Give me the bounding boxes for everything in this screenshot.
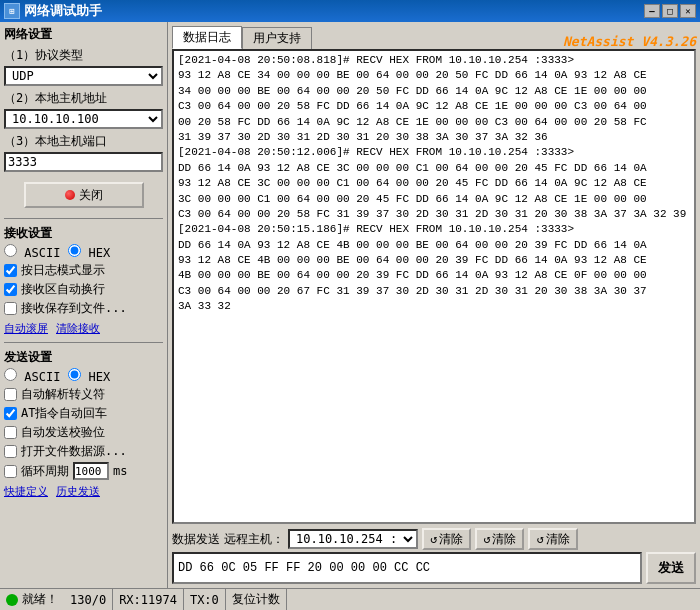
auto-send-check-checkbox[interactable] [4, 426, 17, 439]
send-ascii-label[interactable]: ASCII [4, 368, 60, 384]
send-format-group: ASCII HEX [4, 368, 163, 384]
open-file-checkbox[interactable] [4, 445, 17, 458]
history-send-link[interactable]: 历史发送 [56, 484, 100, 499]
net-assist-label: NetAssist V4.3.26 [563, 34, 696, 49]
log-line: 31 39 37 30 2D 30 31 2D 30 31 20 30 38 3… [178, 130, 690, 145]
log-line: C3 00 64 00 00 20 58 FC 31 39 37 30 2D 3… [178, 207, 690, 222]
send-input[interactable] [172, 552, 642, 584]
network-settings-title: 网络设置 [4, 26, 163, 43]
title-bar-left: ⊞ 网络调试助手 [4, 2, 102, 20]
log-area[interactable]: [2021-04-08 20:50:08.818]# RECV HEX FROM… [172, 49, 696, 524]
log-mode-row: 按日志模式显示 [4, 262, 163, 279]
log-line: C3 00 64 00 00 20 67 FC 31 39 37 30 2D 3… [178, 284, 690, 299]
receive-format-group: ASCII HEX [4, 244, 163, 260]
auto-scroll-link[interactable]: 自动滚屏 [4, 321, 48, 336]
maximize-button[interactable]: □ [662, 4, 678, 18]
auto-newline-checkbox[interactable] [4, 283, 17, 296]
log-line: DD 66 14 0A 93 12 A8 CE 3C 00 00 00 C1 0… [178, 161, 690, 176]
reset-counter-button[interactable]: 复位计数 [226, 589, 287, 610]
send-hex-radio[interactable] [68, 368, 81, 381]
receive-settings-title: 接收设置 [4, 225, 163, 242]
title-bar-controls: — □ ✕ [644, 4, 696, 18]
at-auto-return-checkbox[interactable] [4, 407, 17, 420]
send-label: 数据发送 [172, 531, 220, 548]
protocol-label: （1）协议类型 [4, 47, 163, 64]
status-ready: 就绪！ [0, 591, 64, 608]
auto-translate-row: 自动解析转义符 [4, 386, 163, 403]
clear-button-2[interactable]: ↺ 清除 [475, 528, 524, 550]
local-address-select[interactable]: 10.10.10.100 [4, 109, 163, 129]
status-icon [6, 594, 18, 606]
close-window-button[interactable]: ✕ [680, 4, 696, 18]
red-dot-icon [65, 190, 75, 200]
send-settings-title: 发送设置 [4, 349, 163, 366]
clear-icon-1: ↺ [430, 532, 437, 546]
status-counter: 130/0 [64, 589, 113, 610]
send-hex-label[interactable]: HEX [68, 368, 110, 384]
period-input[interactable] [73, 462, 109, 480]
log-line: 93 12 A8 CE 4B 00 00 00 BE 00 64 00 00 2… [178, 253, 690, 268]
send-button[interactable]: 发送 [646, 552, 696, 584]
app-icon: ⊞ [4, 3, 20, 19]
protocol-select[interactable]: UDP [4, 66, 163, 86]
log-line: DD 66 14 0A 93 12 A8 CE 4B 00 00 00 BE 0… [178, 238, 690, 253]
log-line: 3C 00 00 00 C1 00 64 00 00 20 45 FC DD 6… [178, 192, 690, 207]
ascii-radio-label[interactable]: ASCII [4, 244, 60, 260]
send-bar: 数据发送 远程主机： 10.10.10.254 : 3333 ↺ 清除 ↺ 清除… [172, 528, 696, 550]
hex-radio-label[interactable]: HEX [68, 244, 110, 260]
local-address-label: （2）本地主机地址 [4, 90, 163, 107]
open-file-row: 打开文件数据源... [4, 443, 163, 460]
remote-host-select[interactable]: 10.10.10.254 : 3333 [288, 529, 418, 549]
save-file-checkbox[interactable] [4, 302, 17, 315]
auto-translate-checkbox[interactable] [4, 388, 17, 401]
minimize-button[interactable]: — [644, 4, 660, 18]
send-ascii-radio[interactable] [4, 368, 17, 381]
right-panel: 数据日志 用户支持 NetAssist V4.3.26 [2021-04-08 … [168, 22, 700, 588]
send-area: 数据发送 远程主机： 10.10.10.254 : 3333 ↺ 清除 ↺ 清除… [172, 528, 696, 584]
log-line: [2021-04-08 20:50:15.186]# RECV HEX FROM… [178, 222, 690, 237]
status-ready-text: 就绪！ [22, 591, 58, 608]
receive-links: 自动滚屏 清除接收 [4, 321, 163, 336]
tab-user-support[interactable]: 用户支持 [242, 27, 312, 49]
log-line: 00 20 58 FC DD 66 14 0A 9C 12 A8 CE 1E 0… [178, 115, 690, 130]
clear-receive-link[interactable]: 清除接收 [56, 321, 100, 336]
title-bar-title: 网络调试助手 [24, 2, 102, 20]
hex-radio[interactable] [68, 244, 81, 257]
remote-label: 远程主机： [224, 531, 284, 548]
auto-send-check-row: 自动发送校验位 [4, 424, 163, 441]
clear-icon-2: ↺ [483, 532, 490, 546]
log-line: 93 12 A8 CE 3C 00 00 00 C1 00 64 00 00 2… [178, 176, 690, 191]
ascii-radio[interactable] [4, 244, 17, 257]
status-rx: RX:11974 [113, 589, 184, 610]
local-port-input[interactable] [4, 152, 163, 172]
title-bar: ⊞ 网络调试助手 — □ ✕ [0, 0, 700, 22]
log-line: 93 12 A8 CE 34 00 00 00 BE 00 64 00 00 2… [178, 68, 690, 83]
main-container: 网络设置 （1）协议类型 UDP （2）本地主机地址 10.10.10.100 … [0, 22, 700, 588]
tab-data-log[interactable]: 数据日志 [172, 26, 242, 49]
local-port-label: （3）本地主机端口 [4, 133, 163, 150]
send-links: 快捷定义 历史发送 [4, 484, 163, 499]
status-tx: TX:0 [184, 589, 226, 610]
save-file-row: 接收保存到文件... [4, 300, 163, 317]
tab-bar: 数据日志 用户支持 NetAssist V4.3.26 [172, 26, 696, 49]
loop-period-checkbox[interactable] [4, 465, 17, 478]
log-line: [2021-04-08 20:50:08.818]# RECV HEX FROM… [178, 53, 690, 68]
loop-period-row: 循环周期 ms [4, 462, 163, 480]
clear-button-3[interactable]: ↺ 清除 [528, 528, 577, 550]
at-auto-return-row: AT指令自动回车 [4, 405, 163, 422]
log-line: 4B 00 00 00 BE 00 64 00 00 20 39 FC DD 6… [178, 268, 690, 283]
log-mode-checkbox[interactable] [4, 264, 17, 277]
left-panel: 网络设置 （1）协议类型 UDP （2）本地主机地址 10.10.10.100 … [0, 22, 168, 588]
status-bar: 就绪！ 130/0 RX:11974 TX:0 复位计数 [0, 588, 700, 610]
quick-def-link[interactable]: 快捷定义 [4, 484, 48, 499]
log-line: 3A 33 32 [178, 299, 690, 314]
close-button[interactable]: 关闭 [24, 182, 144, 208]
auto-newline-row: 接收区自动换行 [4, 281, 163, 298]
send-input-row: 发送 [172, 552, 696, 584]
log-line: C3 00 64 00 00 20 58 FC DD 66 14 0A 9C 1… [178, 99, 690, 114]
clear-button-1[interactable]: ↺ 清除 [422, 528, 471, 550]
log-line: [2021-04-08 20:50:12.006]# RECV HEX FROM… [178, 145, 690, 160]
clear-icon-3: ↺ [536, 532, 543, 546]
log-line: 34 00 00 00 BE 00 64 00 00 20 50 FC DD 6… [178, 84, 690, 99]
